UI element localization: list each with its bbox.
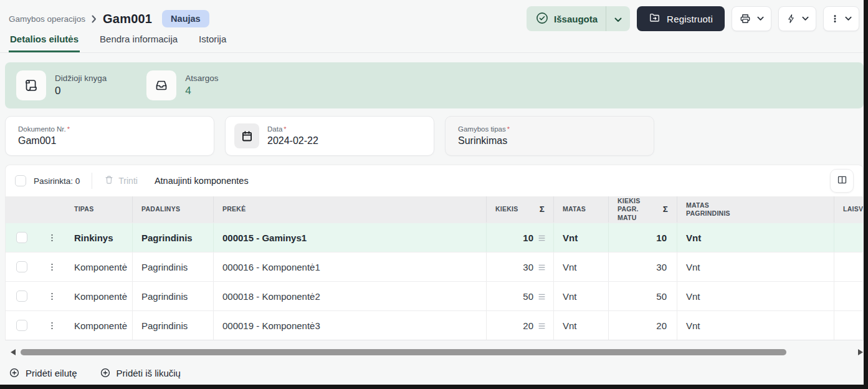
add-row-label: Pridėti eilutę (26, 368, 77, 378)
page-title: Gam001 (103, 12, 152, 26)
cell-padalinys: Pagrindinis (133, 252, 214, 281)
field-value: Gam001 (18, 135, 70, 146)
cell-kiekis: 20 (523, 320, 533, 331)
summary-value: 0 (55, 85, 107, 97)
cell-padalinys: Pagrindinis (133, 223, 214, 252)
production-type-field: Gamybos tipas* Surinkimas (445, 116, 654, 156)
table-row: Komponentė Pagrindinis 000019 - Komponen… (6, 310, 863, 340)
folder-export-icon (649, 12, 661, 26)
page-header: Gamybos operacijos Gam001 Naujas Išsaugo… (0, 0, 868, 32)
scrollbar-track[interactable] (21, 348, 853, 356)
column-header-laisvas: LAISV (834, 196, 863, 223)
field-value: Surinkimas (458, 135, 510, 146)
column-header-preke: PREKĖ (214, 196, 487, 223)
scroll-left-arrow[interactable] (11, 349, 16, 355)
summary-strip: Didžioji knyga 0 Atsargos 4 (5, 62, 864, 108)
toolbar-divider (92, 173, 92, 189)
columns-icon (836, 174, 848, 188)
tab-history[interactable]: Istorija (198, 32, 227, 52)
cell-matas: Vnt (554, 252, 609, 281)
tab-general-info[interactable]: Bendra informacija (98, 32, 179, 52)
add-row-button[interactable]: Pridėti eilutę (9, 367, 77, 378)
cell-kiekis: 30 (523, 262, 533, 272)
lightning-icon (786, 13, 796, 24)
header-actions: Išsaugota Registruoti (527, 6, 859, 31)
row-checkbox[interactable] (16, 291, 27, 302)
document-number-field[interactable]: Dokumento Nr.* Gam001 (5, 116, 214, 156)
row-checkbox[interactable] (16, 320, 27, 331)
scrollbar-thumb[interactable] (21, 349, 786, 355)
trash-icon (104, 175, 114, 187)
cell-kiekis-pagr: 50 (609, 282, 677, 310)
printer-icon (739, 12, 751, 25)
document-form: Dokumento Nr.* Gam001 Data* 2024-02-22 G… (5, 116, 864, 156)
chevron-right-icon (92, 15, 97, 23)
row-menu-icon[interactable] (44, 228, 59, 247)
cell-laisvas (834, 311, 863, 340)
more-options-button[interactable] (823, 6, 859, 31)
table-row: Komponentė Pagrindinis 000016 - Komponen… (6, 252, 863, 281)
cell-laisvas (834, 223, 863, 252)
row-menu-icon[interactable] (44, 316, 59, 335)
sum-icon: Σ (663, 204, 668, 215)
cell-preke: 000019 - Komponentė3 (214, 311, 487, 340)
column-header-padalinys: PADALINYS (133, 196, 214, 223)
plus-circle-icon (100, 367, 111, 378)
inventory-icon (146, 70, 176, 100)
table-row: Rinkinys Pagrindinis 000015 - Gaminys1 1… (6, 223, 863, 252)
kebab-icon (831, 12, 839, 25)
select-all-checkbox[interactable] (15, 175, 26, 186)
summary-card-ledger[interactable]: Didžioji knyga 0 (16, 70, 107, 100)
refresh-components-button[interactable]: Atnaujinti komponentes (155, 176, 249, 186)
cell-tipas: Komponentė (65, 282, 133, 310)
header-menu-cell (38, 196, 65, 223)
chevron-down-icon (614, 14, 622, 24)
calendar-icon (234, 123, 259, 148)
cell-kiekis-pagr: 30 (609, 252, 677, 281)
column-header-kiekis-pagr-matu: KIEKIS PAGR. MATUΣ (609, 196, 677, 223)
cell-tipas: Komponentė (65, 311, 133, 340)
column-header-tipas: TIPAS (65, 196, 133, 223)
table-header-row: TIPAS PADALINYS PREKĖ KIEKISΣ MATAS KIEK… (6, 196, 863, 223)
cell-padalinys: Pagrindinis (133, 311, 214, 340)
summary-card-inventory[interactable]: Atsargos 4 (146, 70, 218, 100)
date-field[interactable]: Data* 2024-02-22 (225, 116, 434, 156)
saved-dropdown-toggle[interactable] (606, 14, 630, 24)
row-menu-icon[interactable] (44, 257, 59, 276)
saved-status-button[interactable]: Išsaugota (527, 6, 630, 31)
saved-status-label: Išsaugota (554, 14, 598, 24)
chevron-down-icon (802, 16, 809, 21)
register-button[interactable]: Registruoti (637, 6, 725, 31)
cell-matas: Vnt (554, 311, 609, 340)
menu-lines-icon[interactable] (538, 293, 546, 300)
cell-preke: 000016 - Komponentė1 (214, 252, 487, 281)
row-checkbox[interactable] (16, 232, 27, 243)
quick-actions-button[interactable] (778, 6, 816, 31)
ledger-icon (16, 70, 46, 100)
cell-tipas: Komponentė (65, 252, 133, 281)
add-from-stock-button[interactable]: Pridėti iš likučių (100, 367, 181, 378)
column-settings-button[interactable] (830, 169, 854, 193)
scroll-right-arrow[interactable] (858, 349, 863, 355)
chevron-down-icon (845, 16, 852, 21)
menu-lines-icon[interactable] (538, 234, 546, 242)
print-menu-button[interactable] (732, 6, 771, 31)
row-menu-icon[interactable] (44, 287, 59, 305)
cell-matas-pagr: Vnt (677, 252, 834, 281)
menu-lines-icon[interactable] (538, 264, 546, 271)
production-operation-page: Gamybos operacijos Gam001 Naujas Išsaugo… (0, 0, 868, 389)
tab-detail-lines[interactable]: Detalios eilutės (9, 32, 80, 52)
field-value: 2024-02-22 (267, 135, 318, 146)
menu-lines-icon[interactable] (538, 322, 546, 330)
summary-label: Atsargos (185, 74, 218, 83)
breadcrumb-parent-link[interactable]: Gamybos operacijos (9, 14, 85, 24)
column-header-matas: MATAS (554, 196, 609, 223)
chevron-down-icon (757, 16, 764, 21)
table-toolbar: Pasirinkta: 0 Trinti Atnaujinti komponen… (6, 165, 863, 196)
cell-matas: Vnt (554, 223, 609, 252)
cell-matas-pagr: Vnt (677, 311, 834, 340)
add-from-stock-label: Pridėti iš likučių (117, 368, 181, 378)
cell-matas: Vnt (554, 282, 609, 310)
row-checkbox[interactable] (16, 261, 27, 272)
register-button-label: Registruoti (667, 14, 713, 24)
